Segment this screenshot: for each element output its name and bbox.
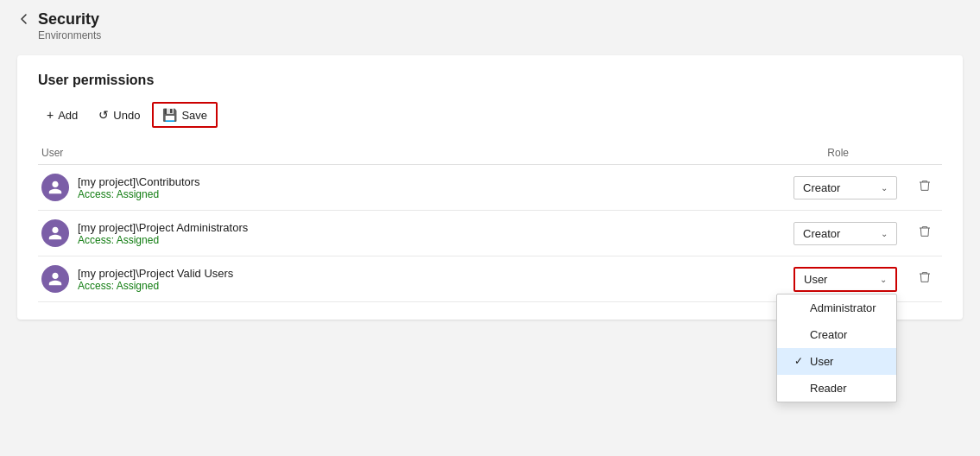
save-label: Save [181,109,207,122]
save-icon: 💾 [162,108,177,122]
role-dropdown-menu: Administrator Creator ✓ User [776,294,897,402]
page-subtitle: Environments [38,29,101,41]
check-icon: ✓ [791,355,803,367]
undo-label: Undo [113,109,140,122]
dropdown-item-label: Reader [810,382,847,395]
chevron-down-icon: ⌄ [881,183,888,193]
col-user: User [38,142,606,165]
chevron-down-icon: ⌄ [881,229,888,238]
toolbar: + Add ↺ Undo 💾 Save [38,102,942,128]
role-select[interactable]: User ⌄ [793,267,897,292]
page-title: Security [38,10,101,28]
avatar [41,265,69,293]
user-access: Access: Assigned [78,280,233,292]
dropdown-item-label: User [810,355,833,368]
role-dropdown-3[interactable]: User ⌄ Administrator [793,267,897,292]
role-value: Creator [803,227,840,240]
add-button[interactable]: + Add [38,104,86,126]
permissions-card: User permissions + Add ↺ Undo 💾 Save Use… [17,55,963,320]
delete-button[interactable] [911,221,939,245]
role-dropdown-1[interactable]: Creator ⌄ [793,176,897,200]
delete-button[interactable] [911,267,939,291]
role-dropdown-2[interactable]: Creator ⌄ [793,222,897,245]
undo-icon: ↺ [98,108,109,122]
header-text: Security Environments [38,10,101,41]
back-button[interactable] [17,12,31,28]
section-title: User permissions [38,73,942,88]
undo-button[interactable]: ↺ Undo [90,104,149,126]
avatar [41,174,69,201]
avatar [41,219,69,247]
user-access: Access: Assigned [78,234,248,246]
chevron-down-icon: ⌄ [880,275,887,284]
role-select[interactable]: Creator ⌄ [793,222,897,245]
save-button[interactable]: 💾 Save [152,102,218,128]
permissions-table: User Role [38,142,942,302]
dropdown-item-user[interactable]: ✓ User [777,348,896,375]
role-cell: User ⌄ Administrator [606,256,901,302]
user-cell: [my project]\Project Valid Users Access:… [41,265,603,293]
dropdown-item-reader[interactable]: Reader [777,375,896,402]
role-value: Creator [803,181,840,194]
user-info: [my project]\Project Administrators Acce… [78,221,248,246]
dropdown-item-creator[interactable]: Creator [777,321,896,348]
delete-button[interactable] [911,175,939,200]
user-info: [my project]\Project Valid Users Access:… [78,267,233,292]
table-row: [my project]\Project Valid Users Access:… [38,256,942,302]
role-cell: Creator ⌄ [606,211,901,256]
role-select[interactable]: Creator ⌄ [793,176,897,200]
role-cell: Creator ⌄ [606,165,901,211]
dropdown-item-administrator[interactable]: Administrator [777,294,896,321]
user-info: [my project]\Contributors Access: Assign… [78,175,200,200]
col-role: Role [606,142,901,165]
user-cell: [my project]\Contributors Access: Assign… [41,174,603,201]
role-value: User [804,273,827,286]
add-label: Add [58,109,78,122]
user-cell: [my project]\Project Administrators Acce… [41,219,603,247]
add-icon: + [47,108,54,122]
user-access: Access: Assigned [78,188,200,200]
user-name: [my project]\Project Administrators [78,221,248,234]
table-row: [my project]\Project Administrators Acce… [38,211,942,256]
user-name: [my project]\Contributors [78,175,200,188]
dropdown-item-label: Creator [810,328,847,341]
page-header: Security Environments [0,0,980,48]
table-row: [my project]\Contributors Access: Assign… [38,165,942,211]
user-name: [my project]\Project Valid Users [78,267,233,280]
dropdown-item-label: Administrator [810,301,876,314]
